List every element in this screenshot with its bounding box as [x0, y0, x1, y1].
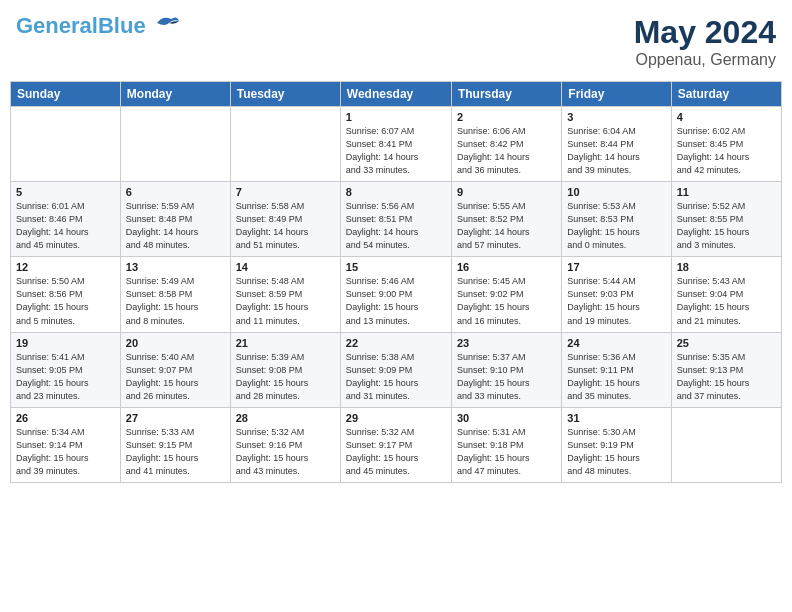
day-info: Sunrise: 6:02 AM Sunset: 8:45 PM Dayligh… — [677, 125, 776, 177]
day-info: Sunrise: 5:55 AM Sunset: 8:52 PM Dayligh… — [457, 200, 556, 252]
day-info: Sunrise: 5:40 AM Sunset: 9:07 PM Dayligh… — [126, 351, 225, 403]
calendar-cell: 17Sunrise: 5:44 AM Sunset: 9:03 PM Dayli… — [562, 257, 671, 332]
day-info: Sunrise: 5:52 AM Sunset: 8:55 PM Dayligh… — [677, 200, 776, 252]
calendar-cell: 15Sunrise: 5:46 AM Sunset: 9:00 PM Dayli… — [340, 257, 451, 332]
weekday-header-wednesday: Wednesday — [340, 82, 451, 107]
day-number: 5 — [16, 186, 115, 198]
day-info: Sunrise: 5:46 AM Sunset: 9:00 PM Dayligh… — [346, 275, 446, 327]
day-number: 26 — [16, 412, 115, 424]
title-location: Oppenau, Germany — [634, 51, 776, 69]
day-number: 18 — [677, 261, 776, 273]
day-number: 9 — [457, 186, 556, 198]
calendar-cell: 1Sunrise: 6:07 AM Sunset: 8:41 PM Daylig… — [340, 107, 451, 182]
day-info: Sunrise: 5:50 AM Sunset: 8:56 PM Dayligh… — [16, 275, 115, 327]
weekday-header-row: SundayMondayTuesdayWednesdayThursdayFrid… — [11, 82, 782, 107]
day-info: Sunrise: 5:35 AM Sunset: 9:13 PM Dayligh… — [677, 351, 776, 403]
calendar-cell: 22Sunrise: 5:38 AM Sunset: 9:09 PM Dayli… — [340, 332, 451, 407]
calendar-week-row: 19Sunrise: 5:41 AM Sunset: 9:05 PM Dayli… — [11, 332, 782, 407]
day-info: Sunrise: 5:41 AM Sunset: 9:05 PM Dayligh… — [16, 351, 115, 403]
calendar-cell: 30Sunrise: 5:31 AM Sunset: 9:18 PM Dayli… — [451, 407, 561, 482]
calendar-cell — [671, 407, 781, 482]
day-number: 4 — [677, 111, 776, 123]
calendar-cell: 8Sunrise: 5:56 AM Sunset: 8:51 PM Daylig… — [340, 182, 451, 257]
day-number: 14 — [236, 261, 335, 273]
calendar-cell: 2Sunrise: 6:06 AM Sunset: 8:42 PM Daylig… — [451, 107, 561, 182]
day-number: 29 — [346, 412, 446, 424]
day-number: 12 — [16, 261, 115, 273]
day-info: Sunrise: 5:44 AM Sunset: 9:03 PM Dayligh… — [567, 275, 665, 327]
day-info: Sunrise: 5:36 AM Sunset: 9:11 PM Dayligh… — [567, 351, 665, 403]
day-info: Sunrise: 5:39 AM Sunset: 9:08 PM Dayligh… — [236, 351, 335, 403]
day-number: 16 — [457, 261, 556, 273]
calendar-cell: 12Sunrise: 5:50 AM Sunset: 8:56 PM Dayli… — [11, 257, 121, 332]
logo-general: General — [16, 13, 98, 38]
calendar-cell: 23Sunrise: 5:37 AM Sunset: 9:10 PM Dayli… — [451, 332, 561, 407]
calendar-cell: 27Sunrise: 5:33 AM Sunset: 9:15 PM Dayli… — [120, 407, 230, 482]
day-number: 7 — [236, 186, 335, 198]
weekday-header-tuesday: Tuesday — [230, 82, 340, 107]
calendar-cell: 26Sunrise: 5:34 AM Sunset: 9:14 PM Dayli… — [11, 407, 121, 482]
day-info: Sunrise: 5:33 AM Sunset: 9:15 PM Dayligh… — [126, 426, 225, 478]
day-number: 6 — [126, 186, 225, 198]
calendar-week-row: 1Sunrise: 6:07 AM Sunset: 8:41 PM Daylig… — [11, 107, 782, 182]
day-info: Sunrise: 5:48 AM Sunset: 8:59 PM Dayligh… — [236, 275, 335, 327]
day-number: 27 — [126, 412, 225, 424]
calendar-cell: 7Sunrise: 5:58 AM Sunset: 8:49 PM Daylig… — [230, 182, 340, 257]
title-month-year: May 2024 — [634, 14, 776, 51]
day-number: 15 — [346, 261, 446, 273]
day-info: Sunrise: 5:34 AM Sunset: 9:14 PM Dayligh… — [16, 426, 115, 478]
weekday-header-thursday: Thursday — [451, 82, 561, 107]
day-number: 10 — [567, 186, 665, 198]
calendar-week-row: 26Sunrise: 5:34 AM Sunset: 9:14 PM Dayli… — [11, 407, 782, 482]
calendar-cell: 25Sunrise: 5:35 AM Sunset: 9:13 PM Dayli… — [671, 332, 781, 407]
title-block: May 2024 Oppenau, Germany — [634, 14, 776, 69]
calendar-cell: 21Sunrise: 5:39 AM Sunset: 9:08 PM Dayli… — [230, 332, 340, 407]
day-number: 31 — [567, 412, 665, 424]
day-info: Sunrise: 5:32 AM Sunset: 9:17 PM Dayligh… — [346, 426, 446, 478]
day-number: 2 — [457, 111, 556, 123]
day-number: 8 — [346, 186, 446, 198]
calendar-cell: 29Sunrise: 5:32 AM Sunset: 9:17 PM Dayli… — [340, 407, 451, 482]
day-number: 23 — [457, 337, 556, 349]
day-number: 28 — [236, 412, 335, 424]
calendar-cell: 18Sunrise: 5:43 AM Sunset: 9:04 PM Dayli… — [671, 257, 781, 332]
day-info: Sunrise: 5:31 AM Sunset: 9:18 PM Dayligh… — [457, 426, 556, 478]
calendar-cell: 5Sunrise: 6:01 AM Sunset: 8:46 PM Daylig… — [11, 182, 121, 257]
page-header: GeneralBlue May 2024 Oppenau, Germany — [10, 10, 782, 73]
day-info: Sunrise: 5:53 AM Sunset: 8:53 PM Dayligh… — [567, 200, 665, 252]
day-number: 25 — [677, 337, 776, 349]
weekday-header-sunday: Sunday — [11, 82, 121, 107]
day-number: 1 — [346, 111, 446, 123]
calendar-week-row: 5Sunrise: 6:01 AM Sunset: 8:46 PM Daylig… — [11, 182, 782, 257]
day-number: 3 — [567, 111, 665, 123]
calendar-cell: 19Sunrise: 5:41 AM Sunset: 9:05 PM Dayli… — [11, 332, 121, 407]
calendar-cell — [11, 107, 121, 182]
calendar-cell: 4Sunrise: 6:02 AM Sunset: 8:45 PM Daylig… — [671, 107, 781, 182]
day-info: Sunrise: 5:37 AM Sunset: 9:10 PM Dayligh… — [457, 351, 556, 403]
day-number: 19 — [16, 337, 115, 349]
calendar-table: SundayMondayTuesdayWednesdayThursdayFrid… — [10, 81, 782, 483]
day-number: 17 — [567, 261, 665, 273]
day-info: Sunrise: 5:56 AM Sunset: 8:51 PM Dayligh… — [346, 200, 446, 252]
calendar-cell: 9Sunrise: 5:55 AM Sunset: 8:52 PM Daylig… — [451, 182, 561, 257]
logo-text: GeneralBlue — [16, 14, 146, 38]
day-info: Sunrise: 6:04 AM Sunset: 8:44 PM Dayligh… — [567, 125, 665, 177]
day-number: 24 — [567, 337, 665, 349]
logo-blue: Blue — [98, 13, 146, 38]
day-info: Sunrise: 5:43 AM Sunset: 9:04 PM Dayligh… — [677, 275, 776, 327]
logo-bird-icon — [149, 13, 181, 35]
calendar-cell — [230, 107, 340, 182]
calendar-cell: 28Sunrise: 5:32 AM Sunset: 9:16 PM Dayli… — [230, 407, 340, 482]
calendar-cell: 11Sunrise: 5:52 AM Sunset: 8:55 PM Dayli… — [671, 182, 781, 257]
calendar-cell — [120, 107, 230, 182]
day-info: Sunrise: 6:06 AM Sunset: 8:42 PM Dayligh… — [457, 125, 556, 177]
day-info: Sunrise: 5:58 AM Sunset: 8:49 PM Dayligh… — [236, 200, 335, 252]
weekday-header-monday: Monday — [120, 82, 230, 107]
calendar-cell: 6Sunrise: 5:59 AM Sunset: 8:48 PM Daylig… — [120, 182, 230, 257]
day-number: 22 — [346, 337, 446, 349]
day-info: Sunrise: 5:49 AM Sunset: 8:58 PM Dayligh… — [126, 275, 225, 327]
day-info: Sunrise: 5:59 AM Sunset: 8:48 PM Dayligh… — [126, 200, 225, 252]
calendar-cell: 16Sunrise: 5:45 AM Sunset: 9:02 PM Dayli… — [451, 257, 561, 332]
calendar-cell: 10Sunrise: 5:53 AM Sunset: 8:53 PM Dayli… — [562, 182, 671, 257]
calendar-cell: 14Sunrise: 5:48 AM Sunset: 8:59 PM Dayli… — [230, 257, 340, 332]
